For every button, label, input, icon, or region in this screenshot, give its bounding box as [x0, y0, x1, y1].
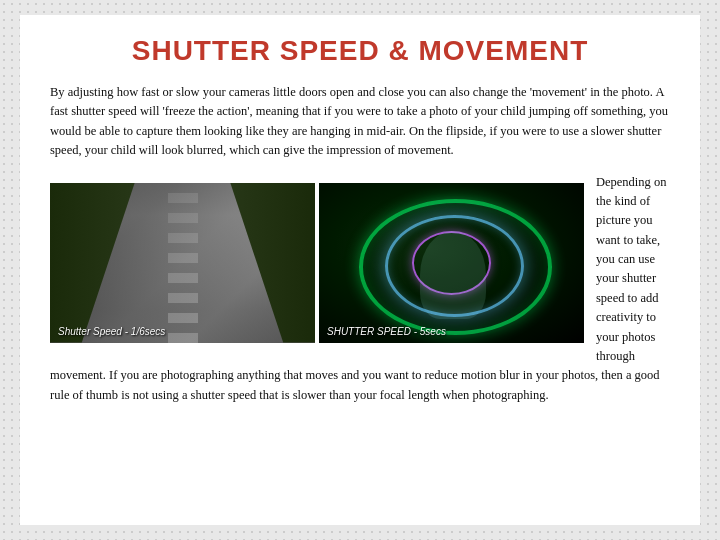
image-road: Shutter Speed - 1/6secs [50, 183, 315, 343]
images-container: Shutter Speed - 1/6secs SHUTTER SPEED - … [50, 183, 584, 343]
image-road-label: Shutter Speed - 1/6secs [58, 326, 165, 337]
page-container: SHUTTER SPEED & MOVEMENT By adjusting ho… [20, 15, 700, 525]
glow-person [420, 231, 486, 319]
paragraph-1: By adjusting how fast or slow your camer… [50, 83, 670, 161]
page-title: SHUTTER SPEED & MOVEMENT [50, 35, 670, 67]
paragraph-2-block: Shutter Speed - 1/6secs SHUTTER SPEED - … [50, 173, 670, 406]
paragraph-2-text-end: not using a shutter speed that is slower… [133, 388, 549, 402]
road-image-visual [50, 183, 315, 343]
image-glow: SHUTTER SPEED - 5secs [319, 183, 584, 343]
image-glow-label: SHUTTER SPEED - 5secs [327, 326, 446, 337]
glow-image-visual [319, 183, 584, 343]
road-trees-right [209, 183, 315, 343]
glow-inner-circle [412, 231, 492, 295]
road-trees-left [50, 183, 156, 343]
